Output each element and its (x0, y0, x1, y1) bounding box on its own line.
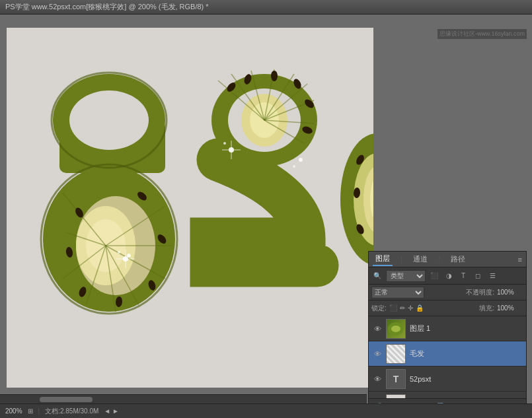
layer1-eye[interactable]: 👁 (371, 323, 383, 335)
watermark: 思缘设计社区-www.16sylan.com (437, 29, 527, 39)
opacity-value[interactable]: 100% (497, 289, 523, 296)
blend-bar: 正常 不透明度: 100% (369, 285, 526, 300)
lock-position-icon[interactable]: ✛ (408, 304, 413, 312)
nav-arrows[interactable]: ◄ ► (104, 407, 119, 415)
svg-point-42 (271, 71, 278, 81)
horizontal-scrollbar[interactable] (0, 394, 367, 403)
filter-shape-icon[interactable]: ◻ (472, 270, 484, 282)
svg-point-61 (223, 142, 226, 145)
lock-all-icon[interactable]: 🔒 (416, 304, 424, 312)
kiwi-canvas (7, 28, 373, 388)
52psxt-name: 52psxt (410, 375, 523, 383)
canvas-area: 思缘设计社区-www.16sylan.com 图层 | 通道 | 路径 ≡ 🔍 … (0, 15, 532, 418)
svg-point-46 (299, 158, 303, 162)
lock-bar: 锁定: ⬛ ✏ ✛ 🔒 填充: 100% (369, 300, 526, 316)
svg-point-4 (69, 90, 149, 150)
title-text: PS学堂 www.52psxt.com[猕猴桃字效] @ 200% (毛发, R… (5, 2, 209, 12)
title-bar: PS学堂 www.52psxt.com[猕猴桃字效] @ 200% (毛发, R… (0, 0, 532, 15)
filter-smart-icon[interactable]: ☰ (486, 270, 498, 282)
hscroll-thumb[interactable] (40, 397, 93, 402)
panel-header: 图层 | 通道 | 路径 ≡ (369, 252, 526, 267)
canvas-content (7, 28, 373, 388)
fill-value[interactable]: 100% (497, 304, 523, 312)
statusbar: 200% ⊞ | 文档:2.85M/30.0M ◄ ► (0, 403, 532, 418)
lock-transparent-icon[interactable]: ⬛ (389, 304, 397, 312)
maofar-thumbnail (386, 344, 406, 364)
svg-point-57 (127, 254, 131, 258)
filter-bar: 🔍 类型 ⬛ ◑ T ◻ ☰ (369, 267, 526, 285)
filter-pixel-icon[interactable]: ⬛ (428, 270, 440, 282)
layer-item-maofar[interactable]: 👁 毛发 (369, 341, 526, 366)
filter-search-icon[interactable]: 🔍 (371, 270, 383, 282)
tab-layers[interactable]: 图层 (373, 252, 393, 266)
zoom-display: 200% (5, 407, 22, 415)
layers-panel: 图层 | 通道 | 路径 ≡ 🔍 类型 ⬛ ◑ T ◻ ☰ 正常 不透明度: 1… (368, 251, 527, 416)
maofar-eye[interactable]: 👁 (371, 348, 383, 360)
blend-mode-select[interactable]: 正常 (371, 287, 424, 298)
filter-adjust-icon[interactable]: ◑ (443, 270, 455, 282)
doc-size-info: 文档:2.85M/30.0M (45, 407, 98, 416)
lock-label: 锁定: (371, 304, 387, 313)
svg-point-56 (118, 251, 120, 254)
svg-point-47 (293, 165, 295, 168)
52psxt-thumbnail: T (386, 369, 406, 389)
fill-label: 填充: (479, 304, 494, 313)
52psxt-eye[interactable]: 👁 (371, 373, 383, 385)
filter-type-select[interactable]: 类型 (386, 270, 426, 282)
maofar-name: 毛发 (410, 349, 523, 359)
opacity-label: 不透明度: (466, 288, 494, 297)
lock-paint-icon[interactable]: ✏ (400, 304, 405, 312)
svg-rect-28 (208, 246, 321, 282)
tab-channels[interactable]: 通道 (410, 253, 430, 265)
layer1-thumbnail (386, 319, 406, 339)
layer-item-layer1[interactable]: 👁 图层 1 (369, 316, 526, 341)
filter-type-icon[interactable]: T (457, 270, 469, 282)
tab-paths[interactable]: 路径 (448, 253, 468, 265)
zoom-icon[interactable]: ⊞ (28, 407, 33, 415)
layer1-name: 图层 1 (410, 324, 523, 333)
layer-item-52psxt[interactable]: 👁 T 52psxt (369, 366, 526, 392)
svg-point-65 (391, 326, 400, 332)
panel-options-icon[interactable]: ≡ (518, 256, 522, 263)
